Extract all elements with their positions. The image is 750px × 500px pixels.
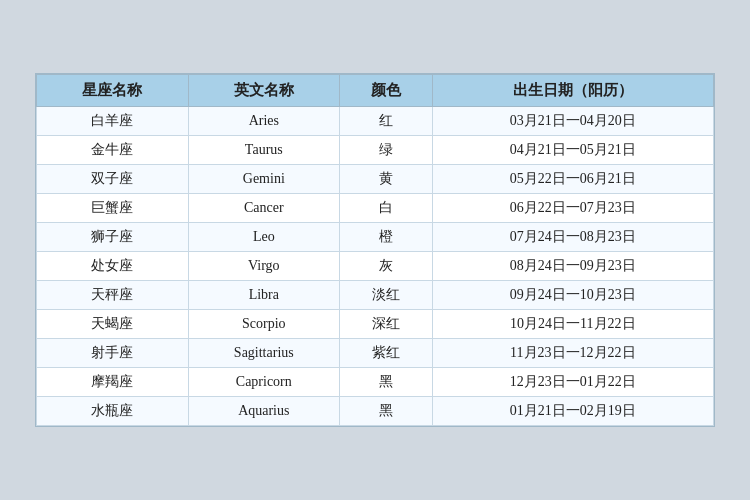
- table-row: 巨蟹座Cancer白06月22日一07月23日: [37, 194, 714, 223]
- cell-6-3: 09月24日一10月23日: [432, 281, 713, 310]
- table-row: 天秤座Libra淡红09月24日一10月23日: [37, 281, 714, 310]
- cell-3-2: 白: [340, 194, 432, 223]
- table-row: 天蝎座Scorpio深红10月24日一11月22日: [37, 310, 714, 339]
- cell-6-2: 淡红: [340, 281, 432, 310]
- cell-3-0: 巨蟹座: [37, 194, 189, 223]
- column-header-0: 星座名称: [37, 75, 189, 107]
- cell-4-1: Leo: [188, 223, 340, 252]
- cell-7-2: 深红: [340, 310, 432, 339]
- cell-6-0: 天秤座: [37, 281, 189, 310]
- cell-1-1: Taurus: [188, 136, 340, 165]
- cell-4-3: 07月24日一08月23日: [432, 223, 713, 252]
- cell-3-1: Cancer: [188, 194, 340, 223]
- table-row: 双子座Gemini黄05月22日一06月21日: [37, 165, 714, 194]
- cell-1-0: 金牛座: [37, 136, 189, 165]
- cell-2-2: 黄: [340, 165, 432, 194]
- cell-8-1: Sagittarius: [188, 339, 340, 368]
- cell-6-1: Libra: [188, 281, 340, 310]
- zodiac-table: 星座名称英文名称颜色出生日期（阳历） 白羊座Aries红03月21日一04月20…: [36, 74, 714, 426]
- table-row: 水瓶座Aquarius黑01月21日一02月19日: [37, 397, 714, 426]
- cell-4-2: 橙: [340, 223, 432, 252]
- cell-2-3: 05月22日一06月21日: [432, 165, 713, 194]
- cell-7-3: 10月24日一11月22日: [432, 310, 713, 339]
- cell-0-3: 03月21日一04月20日: [432, 107, 713, 136]
- cell-5-2: 灰: [340, 252, 432, 281]
- table-row: 射手座Sagittarius紫红11月23日一12月22日: [37, 339, 714, 368]
- cell-7-1: Scorpio: [188, 310, 340, 339]
- cell-9-2: 黑: [340, 368, 432, 397]
- cell-0-2: 红: [340, 107, 432, 136]
- cell-5-0: 处女座: [37, 252, 189, 281]
- cell-5-1: Virgo: [188, 252, 340, 281]
- cell-0-1: Aries: [188, 107, 340, 136]
- table-row: 处女座Virgo灰08月24日一09月23日: [37, 252, 714, 281]
- cell-9-1: Capricorn: [188, 368, 340, 397]
- cell-0-0: 白羊座: [37, 107, 189, 136]
- cell-10-0: 水瓶座: [37, 397, 189, 426]
- cell-3-3: 06月22日一07月23日: [432, 194, 713, 223]
- cell-8-0: 射手座: [37, 339, 189, 368]
- column-header-2: 颜色: [340, 75, 432, 107]
- cell-8-2: 紫红: [340, 339, 432, 368]
- cell-1-2: 绿: [340, 136, 432, 165]
- table-row: 狮子座Leo橙07月24日一08月23日: [37, 223, 714, 252]
- cell-2-1: Gemini: [188, 165, 340, 194]
- cell-9-3: 12月23日一01月22日: [432, 368, 713, 397]
- table-row: 摩羯座Capricorn黑12月23日一01月22日: [37, 368, 714, 397]
- cell-2-0: 双子座: [37, 165, 189, 194]
- cell-5-3: 08月24日一09月23日: [432, 252, 713, 281]
- cell-9-0: 摩羯座: [37, 368, 189, 397]
- column-header-1: 英文名称: [188, 75, 340, 107]
- cell-8-3: 11月23日一12月22日: [432, 339, 713, 368]
- cell-4-0: 狮子座: [37, 223, 189, 252]
- cell-10-3: 01月21日一02月19日: [432, 397, 713, 426]
- zodiac-table-wrapper: 星座名称英文名称颜色出生日期（阳历） 白羊座Aries红03月21日一04月20…: [35, 73, 715, 427]
- column-header-3: 出生日期（阳历）: [432, 75, 713, 107]
- cell-10-2: 黑: [340, 397, 432, 426]
- table-row: 金牛座Taurus绿04月21日一05月21日: [37, 136, 714, 165]
- cell-1-3: 04月21日一05月21日: [432, 136, 713, 165]
- cell-10-1: Aquarius: [188, 397, 340, 426]
- table-row: 白羊座Aries红03月21日一04月20日: [37, 107, 714, 136]
- cell-7-0: 天蝎座: [37, 310, 189, 339]
- table-header-row: 星座名称英文名称颜色出生日期（阳历）: [37, 75, 714, 107]
